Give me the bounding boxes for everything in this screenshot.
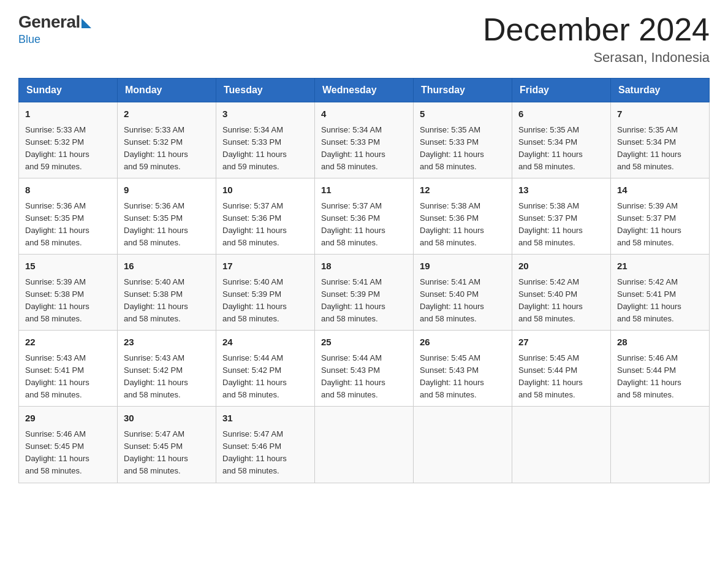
calendar-week-row: 22Sunrise: 5:43 AMSunset: 5:41 PMDayligh… bbox=[19, 331, 710, 407]
calendar-cell: 25Sunrise: 5:44 AMSunset: 5:43 PMDayligh… bbox=[315, 331, 414, 407]
day-number: 28 bbox=[617, 335, 703, 350]
calendar-cell bbox=[315, 407, 414, 483]
calendar-cell: 5Sunrise: 5:35 AMSunset: 5:33 PMDaylight… bbox=[414, 102, 512, 178]
day-info: Sunrise: 5:45 AMSunset: 5:43 PMDaylight:… bbox=[420, 352, 506, 402]
day-number: 9 bbox=[124, 183, 210, 197]
day-number: 30 bbox=[124, 412, 210, 426]
day-info: Sunrise: 5:36 AMSunset: 5:35 PMDaylight:… bbox=[25, 200, 111, 250]
page-header: General Blue December 2024 Serasan, Indo… bbox=[18, 12, 710, 66]
calendar-table: SundayMondayTuesdayWednesdayThursdayFrid… bbox=[18, 78, 710, 483]
day-number: 1 bbox=[25, 107, 111, 121]
day-info: Sunrise: 5:44 AMSunset: 5:42 PMDaylight:… bbox=[222, 352, 308, 402]
calendar-cell: 18Sunrise: 5:41 AMSunset: 5:39 PMDayligh… bbox=[315, 255, 414, 331]
day-info: Sunrise: 5:33 AMSunset: 5:32 PMDaylight:… bbox=[25, 124, 111, 174]
day-info: Sunrise: 5:34 AMSunset: 5:33 PMDaylight:… bbox=[222, 124, 308, 174]
calendar-cell: 21Sunrise: 5:42 AMSunset: 5:41 PMDayligh… bbox=[611, 255, 710, 331]
day-number: 24 bbox=[222, 335, 308, 350]
day-info: Sunrise: 5:35 AMSunset: 5:33 PMDaylight:… bbox=[420, 124, 506, 174]
page-title: December 2024 bbox=[483, 12, 710, 47]
day-number: 22 bbox=[25, 335, 111, 350]
calendar-cell: 4Sunrise: 5:34 AMSunset: 5:33 PMDaylight… bbox=[315, 102, 414, 178]
day-number: 20 bbox=[518, 259, 604, 274]
logo-general-text: General bbox=[18, 12, 80, 32]
day-info: Sunrise: 5:34 AMSunset: 5:33 PMDaylight:… bbox=[321, 124, 407, 174]
title-section: December 2024 Serasan, Indonesia bbox=[483, 12, 710, 66]
day-info: Sunrise: 5:39 AMSunset: 5:38 PMDaylight:… bbox=[25, 276, 111, 326]
header-monday: Monday bbox=[118, 79, 216, 102]
calendar-cell bbox=[611, 407, 710, 483]
day-info: Sunrise: 5:43 AMSunset: 5:42 PMDaylight:… bbox=[124, 352, 210, 402]
calendar-cell: 14Sunrise: 5:39 AMSunset: 5:37 PMDayligh… bbox=[611, 178, 710, 255]
day-info: Sunrise: 5:46 AMSunset: 5:44 PMDaylight:… bbox=[617, 352, 703, 402]
day-info: Sunrise: 5:33 AMSunset: 5:32 PMDaylight:… bbox=[124, 124, 210, 174]
day-info: Sunrise: 5:47 AMSunset: 5:46 PMDaylight:… bbox=[222, 428, 308, 478]
day-info: Sunrise: 5:36 AMSunset: 5:35 PMDaylight:… bbox=[124, 200, 210, 250]
day-number: 16 bbox=[124, 259, 210, 274]
header-friday: Friday bbox=[512, 79, 611, 102]
day-number: 18 bbox=[321, 259, 407, 274]
day-number: 10 bbox=[222, 183, 308, 197]
calendar-cell: 6Sunrise: 5:35 AMSunset: 5:34 PMDaylight… bbox=[512, 102, 611, 178]
day-info: Sunrise: 5:35 AMSunset: 5:34 PMDaylight:… bbox=[518, 124, 604, 174]
calendar-cell: 8Sunrise: 5:36 AMSunset: 5:35 PMDaylight… bbox=[19, 178, 118, 255]
day-info: Sunrise: 5:42 AMSunset: 5:41 PMDaylight:… bbox=[617, 276, 703, 326]
calendar-cell: 28Sunrise: 5:46 AMSunset: 5:44 PMDayligh… bbox=[611, 331, 710, 407]
calendar-cell: 24Sunrise: 5:44 AMSunset: 5:42 PMDayligh… bbox=[216, 331, 315, 407]
day-info: Sunrise: 5:43 AMSunset: 5:41 PMDaylight:… bbox=[25, 352, 111, 402]
day-number: 26 bbox=[420, 335, 506, 350]
header-wednesday: Wednesday bbox=[315, 79, 414, 102]
page-subtitle: Serasan, Indonesia bbox=[483, 50, 710, 66]
calendar-cell: 7Sunrise: 5:35 AMSunset: 5:34 PMDaylight… bbox=[611, 102, 710, 178]
header-sunday: Sunday bbox=[19, 79, 118, 102]
day-info: Sunrise: 5:37 AMSunset: 5:36 PMDaylight:… bbox=[222, 200, 308, 250]
day-info: Sunrise: 5:44 AMSunset: 5:43 PMDaylight:… bbox=[321, 352, 407, 402]
calendar-cell: 1Sunrise: 5:33 AMSunset: 5:32 PMDaylight… bbox=[19, 102, 118, 178]
day-info: Sunrise: 5:47 AMSunset: 5:45 PMDaylight:… bbox=[124, 428, 210, 478]
calendar-cell: 29Sunrise: 5:46 AMSunset: 5:45 PMDayligh… bbox=[19, 407, 118, 483]
day-info: Sunrise: 5:45 AMSunset: 5:44 PMDaylight:… bbox=[518, 352, 604, 402]
day-number: 15 bbox=[25, 259, 111, 274]
calendar-week-row: 29Sunrise: 5:46 AMSunset: 5:45 PMDayligh… bbox=[19, 407, 710, 483]
logo-blue-text: Blue bbox=[18, 33, 40, 46]
header-thursday: Thursday bbox=[414, 79, 512, 102]
calendar-cell: 17Sunrise: 5:40 AMSunset: 5:39 PMDayligh… bbox=[216, 255, 315, 331]
day-number: 17 bbox=[222, 259, 308, 274]
day-number: 21 bbox=[617, 259, 703, 274]
day-number: 12 bbox=[420, 183, 506, 197]
calendar-cell: 26Sunrise: 5:45 AMSunset: 5:43 PMDayligh… bbox=[414, 331, 512, 407]
header-tuesday: Tuesday bbox=[216, 79, 315, 102]
day-number: 14 bbox=[617, 183, 703, 197]
calendar-week-row: 15Sunrise: 5:39 AMSunset: 5:38 PMDayligh… bbox=[19, 255, 710, 331]
day-number: 7 bbox=[617, 107, 703, 121]
calendar-cell: 30Sunrise: 5:47 AMSunset: 5:45 PMDayligh… bbox=[118, 407, 216, 483]
calendar-cell: 20Sunrise: 5:42 AMSunset: 5:40 PMDayligh… bbox=[512, 255, 611, 331]
header-saturday: Saturday bbox=[611, 79, 710, 102]
day-info: Sunrise: 5:41 AMSunset: 5:40 PMDaylight:… bbox=[420, 276, 506, 326]
logo-arrow-icon bbox=[82, 18, 91, 28]
day-number: 6 bbox=[518, 107, 604, 121]
day-info: Sunrise: 5:41 AMSunset: 5:39 PMDaylight:… bbox=[321, 276, 407, 326]
day-number: 4 bbox=[321, 107, 407, 121]
calendar-cell: 10Sunrise: 5:37 AMSunset: 5:36 PMDayligh… bbox=[216, 178, 315, 255]
day-info: Sunrise: 5:38 AMSunset: 5:36 PMDaylight:… bbox=[420, 200, 506, 250]
calendar-cell: 15Sunrise: 5:39 AMSunset: 5:38 PMDayligh… bbox=[19, 255, 118, 331]
calendar-cell bbox=[414, 407, 512, 483]
day-number: 8 bbox=[25, 183, 111, 197]
day-number: 25 bbox=[321, 335, 407, 350]
day-number: 31 bbox=[222, 412, 308, 426]
calendar-cell: 2Sunrise: 5:33 AMSunset: 5:32 PMDaylight… bbox=[118, 102, 216, 178]
day-number: 5 bbox=[420, 107, 506, 121]
logo: General Blue bbox=[18, 12, 91, 46]
day-number: 29 bbox=[25, 412, 111, 426]
calendar-cell: 16Sunrise: 5:40 AMSunset: 5:38 PMDayligh… bbox=[118, 255, 216, 331]
calendar-cell: 31Sunrise: 5:47 AMSunset: 5:46 PMDayligh… bbox=[216, 407, 315, 483]
calendar-cell: 27Sunrise: 5:45 AMSunset: 5:44 PMDayligh… bbox=[512, 331, 611, 407]
day-number: 2 bbox=[124, 107, 210, 121]
day-info: Sunrise: 5:35 AMSunset: 5:34 PMDaylight:… bbox=[617, 124, 703, 174]
day-info: Sunrise: 5:40 AMSunset: 5:39 PMDaylight:… bbox=[222, 276, 308, 326]
day-info: Sunrise: 5:39 AMSunset: 5:37 PMDaylight:… bbox=[617, 200, 703, 250]
day-info: Sunrise: 5:42 AMSunset: 5:40 PMDaylight:… bbox=[518, 276, 604, 326]
day-info: Sunrise: 5:46 AMSunset: 5:45 PMDaylight:… bbox=[25, 428, 111, 478]
day-number: 23 bbox=[124, 335, 210, 350]
day-info: Sunrise: 5:40 AMSunset: 5:38 PMDaylight:… bbox=[124, 276, 210, 326]
